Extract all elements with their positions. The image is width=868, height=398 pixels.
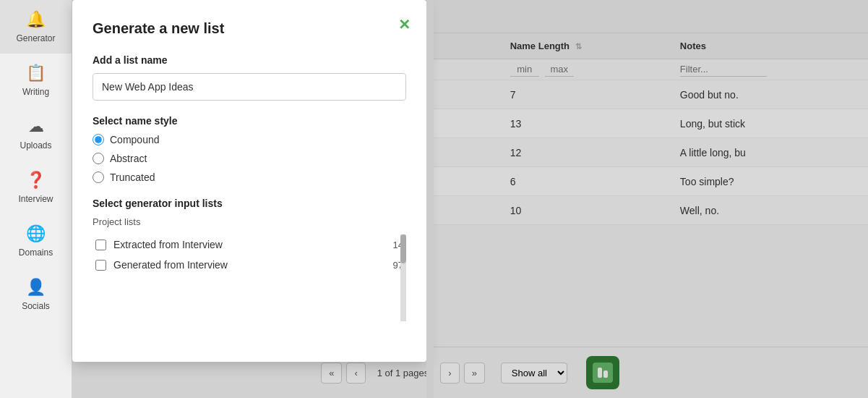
list-item-generated[interactable]: Generated from Interview 97: [93, 255, 406, 275]
sidebar-item-socials[interactable]: 👤 Socials: [0, 268, 72, 321]
style-compound[interactable]: Compound: [93, 134, 406, 145]
sidebar-item-uploads[interactable]: ☁ Uploads: [0, 107, 72, 161]
style-truncated[interactable]: Truncated: [93, 172, 406, 183]
scroll-track: [400, 234, 406, 321]
generator-input-label: Select generator input lists: [93, 198, 406, 209]
list-item-generated-checkbox[interactable]: [95, 260, 106, 271]
sidebar-item-label: Uploads: [20, 140, 51, 151]
style-section: Select name style Compound Abstract Trun…: [93, 115, 406, 183]
list-item-extracted-checkbox[interactable]: [95, 240, 106, 250]
sidebar-item-generator[interactable]: 🔔 Generator: [0, 0, 72, 54]
generator-icon: 🔔: [26, 10, 46, 29]
modal-title: Generate a new list: [93, 20, 406, 37]
uploads-icon: ☁: [28, 117, 44, 136]
sidebar-item-label: Socials: [22, 301, 50, 311]
list-item-generated-label: Generated from Interview: [113, 259, 228, 271]
list-name-input[interactable]: [93, 73, 406, 101]
style-truncated-label: Truncated: [110, 172, 155, 183]
style-radio-group: Compound Abstract Truncated: [93, 134, 406, 183]
list-name-label: Add a list name: [93, 54, 406, 66]
project-lists-scroll: Extracted from Interview 14 Generated fr…: [93, 234, 406, 321]
style-compound-label: Compound: [110, 134, 160, 145]
sidebar: 🔔 Generator 📋 Writing ☁ Uploads ❓ Interv…: [0, 0, 72, 398]
scroll-thumb[interactable]: [400, 234, 406, 263]
style-label: Select name style: [93, 115, 406, 127]
style-abstract-label: Abstract: [110, 153, 147, 164]
sidebar-item-label: Generator: [16, 33, 55, 43]
socials-icon: 👤: [26, 278, 46, 297]
sidebar-item-label: Domains: [19, 247, 53, 258]
interview-icon: ❓: [26, 171, 46, 190]
writing-icon: 📋: [26, 64, 46, 82]
modal-scroll-bar: [426, 0, 434, 398]
sidebar-item-label: Interview: [18, 194, 53, 204]
modal-overlay: Generate a new list ✕ Add a list name Se…: [72, 0, 868, 398]
sidebar-item-label: Writing: [22, 87, 49, 97]
domains-icon: 🌐: [26, 224, 46, 243]
sidebar-item-writing[interactable]: 📋 Writing: [0, 54, 72, 107]
sidebar-item-domains[interactable]: 🌐 Domains: [0, 214, 72, 268]
project-lists-label: Project lists: [93, 216, 406, 227]
main-content: Generate a new list ✕ Add a list name Se…: [72, 0, 868, 398]
modal-close-button[interactable]: ✕: [398, 16, 411, 33]
generate-list-modal: Generate a new list ✕ Add a list name Se…: [72, 0, 426, 362]
list-item-extracted-label: Extracted from Interview: [113, 239, 223, 250]
list-item-extracted[interactable]: Extracted from Interview 14: [93, 234, 406, 255]
generator-section: Select generator input lists Project lis…: [93, 198, 406, 321]
style-abstract[interactable]: Abstract: [93, 153, 406, 164]
sidebar-item-interview[interactable]: ❓ Interview: [0, 161, 72, 214]
